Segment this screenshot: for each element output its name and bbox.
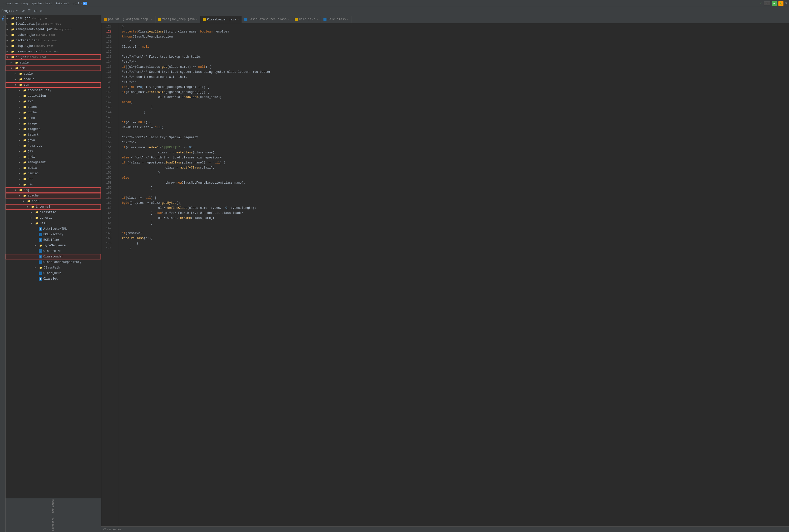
tree-item-java_cup[interactable]: ▶📁java_cup xyxy=(5,143,101,149)
tree-item-bytesequence[interactable]: ▶📁ByteSequence xyxy=(5,243,101,248)
collapse-icon[interactable]: ☰ xyxy=(26,8,32,14)
tree-item-sun[interactable]: ▼📁sun xyxy=(5,82,101,88)
tree-item-classloaderrepository[interactable]: CClassLoaderRepository xyxy=(5,260,101,265)
tree-item-nashorn.jar[interactable]: ▶📁nashorn.jar library root xyxy=(5,32,101,38)
tree-item-media[interactable]: ▶📁media xyxy=(5,165,101,171)
code-line-151: if(class_name.indexOf("$$BCEL$$") >= 0) xyxy=(122,145,786,150)
gutter xyxy=(114,23,119,527)
code-line-164: } else "cmt">// Fourth try: Use default … xyxy=(122,211,786,216)
tree-arrow: ▶ xyxy=(6,22,11,25)
code-line-161: if(clazz != null) { xyxy=(122,195,786,201)
tree-item-org[interactable]: ▼📁org xyxy=(5,187,101,193)
code-line-135: if((cl=(Class)classes.get(class_name)) =… xyxy=(122,64,786,70)
tree-item-management[interactable]: ▶📁management xyxy=(5,160,101,165)
run-button[interactable] xyxy=(772,1,777,6)
tree-item-com[interactable]: ▼📁com xyxy=(5,65,101,71)
line-num-163: 163 xyxy=(101,206,112,211)
tree-item-attributehtml[interactable]: CAttributeHTML xyxy=(5,226,101,232)
filter-icon[interactable]: ⊟ xyxy=(33,8,38,14)
tree-item-java[interactable]: ▶📁java xyxy=(5,137,101,143)
tree-label: oracle xyxy=(24,78,35,81)
line-num-148: 148 xyxy=(101,130,112,135)
tree-item-internal[interactable]: ▼📁internal xyxy=(5,204,101,210)
tree-item-class2html[interactable]: CClass2HTML xyxy=(5,248,101,254)
tree-item-classset[interactable]: CClassSet xyxy=(5,276,101,282)
tree-label: beans xyxy=(28,105,37,109)
tree-item-apple[interactable]: ▶📁apple xyxy=(5,71,101,77)
tree-item-generic[interactable]: ▶📁generic xyxy=(5,215,101,221)
tree-item-resources.jar[interactable]: ▶📁resources.jar library root xyxy=(5,49,101,54)
tree-item-awt[interactable]: ▶📁awt xyxy=(5,99,101,104)
tree-label: bcel xyxy=(32,200,39,203)
tree-item-plugin.jar[interactable]: ▶📁plugin.jar library root xyxy=(5,43,101,49)
tree-item-jmx[interactable]: ▶📁jmx xyxy=(5,149,101,154)
tree-item-packager.jar[interactable]: ▶📁packager.jar library root xyxy=(5,38,101,43)
structure-label[interactable]: Structure xyxy=(52,499,55,513)
sync-icon[interactable]: ⟳ xyxy=(20,8,26,14)
tree-item-beans[interactable]: ▶📁beans xyxy=(5,104,101,110)
code-content[interactable]: } protected Class loadClass(String class… xyxy=(119,23,789,527)
tree-item-image[interactable]: ▶📁image xyxy=(5,121,101,127)
favorites-label[interactable]: Favorites xyxy=(52,517,55,531)
tab-close[interactable]: × xyxy=(317,18,318,21)
tree-label: localedata.jar xyxy=(16,22,41,26)
tab-close[interactable]: × xyxy=(347,18,349,21)
line-num-159: 159 xyxy=(101,185,112,190)
tree-item-localedata.jar[interactable]: ▶📁localedata.jar library root xyxy=(5,21,101,27)
tree-item-apple[interactable]: ▶📁apple xyxy=(5,60,101,65)
tab-close[interactable]: × xyxy=(288,18,289,21)
tree-item-nio[interactable]: ▶📁nio xyxy=(5,182,101,187)
tree-arrow: ▶ xyxy=(19,172,23,175)
tree-item-corba[interactable]: ▶📁corba xyxy=(5,110,101,115)
tab-fastjson_dbcp.java[interactable]: fastjson_dbcp.java × xyxy=(155,16,200,23)
tree-item-accessibility[interactable]: ▶📁accessibility xyxy=(5,88,101,93)
tree-arrow: ▶ xyxy=(19,94,23,97)
tab-calc.class[interactable]: Calc.class × xyxy=(321,16,351,23)
tree-item-rt.jar[interactable]: ▼📁rt.jar library root xyxy=(5,54,101,60)
tree-item-classpath[interactable]: ▶📁ClassPath xyxy=(5,265,101,270)
tree-icon: 📁 xyxy=(27,200,31,203)
tree-item-imageio[interactable]: ▶📁imageio xyxy=(5,127,101,132)
tree-item-naming[interactable]: ▶📁naming xyxy=(5,171,101,176)
tab-close[interactable]: × xyxy=(151,18,153,21)
line-num-133: 133 xyxy=(101,54,112,59)
gear-icon[interactable]: ⚙ xyxy=(39,8,44,14)
tab-close[interactable]: × xyxy=(196,18,197,21)
tree-item-apache[interactable]: ▼📁apache xyxy=(5,193,101,198)
tree-item-classqueue[interactable]: CClassQueue xyxy=(5,270,101,276)
tree-item-bcelifier[interactable]: CBCELifier xyxy=(5,237,101,243)
tree-item-bcel[interactable]: ▼📁bcel xyxy=(5,198,101,204)
tree-item-net[interactable]: ▶📁net xyxy=(5,176,101,182)
tree-item-management-agent.jar[interactable]: ▶📁management-agent.jar library root xyxy=(5,27,101,32)
tree-item-activation[interactable]: ▶📁activation xyxy=(5,93,101,99)
tab-calc.java[interactable]: Calc.java × xyxy=(292,16,321,23)
line-num-144: 144 xyxy=(101,110,112,115)
code-line-150: "cmt">*/ xyxy=(122,140,786,145)
tree-label: demo xyxy=(28,116,35,120)
project-side-label[interactable]: Project xyxy=(0,16,5,21)
tree-item-classloader[interactable]: CClassLoader xyxy=(5,254,101,260)
code-line-157: else xyxy=(122,175,786,180)
tree-icon: 📁 xyxy=(11,44,15,48)
tab-icon xyxy=(158,18,161,21)
tab-basicdatasource.class[interactable]: BasicDataSource.class × xyxy=(242,16,292,23)
tab-pom.xml-(fastjson-dbcp)[interactable]: pom.xml (Fastjson-dbcp) × xyxy=(101,16,155,23)
line-num-164: 164 xyxy=(101,211,112,216)
debug-button[interactable] xyxy=(778,1,784,6)
tree-item-istack[interactable]: ▶📁istack xyxy=(5,132,101,137)
tree-item-jndi[interactable]: ▶📁jndi xyxy=(5,154,101,160)
tree-item-util[interactable]: ▼📁util xyxy=(5,221,101,226)
tree-item-demo[interactable]: ▶📁demo xyxy=(5,115,101,121)
tree-item-classfile[interactable]: ▶📁classfile xyxy=(5,210,101,215)
tree-item-bcelfactory[interactable]: CBCELFactory xyxy=(5,232,101,237)
tree-item-jsse.jar[interactable]: ▶📁jsse.jar library root xyxy=(5,16,101,21)
tree-icon: 📁 xyxy=(23,144,27,148)
tree-item-oracle[interactable]: ▶📁oracle xyxy=(5,77,101,82)
tree-label: jsse.jar xyxy=(16,17,30,20)
line-num-130: 130 xyxy=(101,39,112,44)
tab-classloader.java[interactable]: ClassLoader.java × xyxy=(200,16,242,23)
project-tree[interactable]: ▶📁jsse.jar library root▶📁localedata.jar … xyxy=(5,15,101,498)
project-dropdown[interactable] xyxy=(764,1,770,5)
tab-close[interactable]: × xyxy=(237,18,239,21)
settings-icon[interactable]: ⚙ xyxy=(785,1,787,5)
